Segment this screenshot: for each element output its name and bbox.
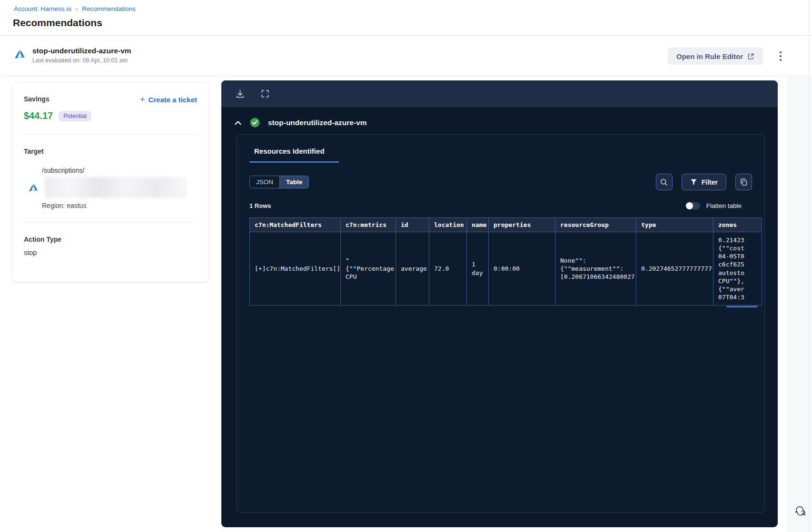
search-icon (660, 178, 668, 187)
cell-resource-group: None"": {""measurement"": [0.20671066342… (555, 232, 636, 305)
flatten-table-label: Flatten table (706, 202, 742, 209)
breadcrumb-recommendations-link[interactable]: Recommendations (82, 5, 136, 12)
page-title: Recommendations (13, 17, 102, 29)
col-header-matched-filters: c7n:MatchedFilters (250, 218, 341, 232)
plus-icon: + (140, 95, 145, 104)
recommendations-page: Account: Harness.io › Recommendations Re… (0, 0, 812, 532)
panel-rule-title: stop-underutilized-azure-vm (268, 118, 367, 127)
download-button[interactable] (234, 88, 246, 100)
toggle-knob (686, 202, 693, 209)
resources-table: c7n:MatchedFilters c7n:metrics id locati… (249, 217, 762, 305)
cell-name: 1 day (467, 232, 489, 305)
horizontal-scrollbar-thumb[interactable] (726, 306, 758, 307)
breadcrumb-separator: › (76, 5, 78, 12)
azure-icon (28, 182, 39, 193)
table-header-row: c7n:MatchedFilters c7n:metrics id locati… (250, 218, 762, 232)
col-header-properties: properties (489, 218, 555, 232)
recommendation-identity: stop-underutilized-azure-vm Last evaluat… (13, 47, 131, 64)
search-button[interactable] (656, 174, 673, 190)
savings-value: $44.17 (24, 110, 53, 121)
col-header-id: id (396, 218, 429, 232)
panel-title-row: stop-underutilized-azure-vm (221, 107, 778, 128)
resources-card: Resources Identified JSON Table (237, 134, 765, 513)
fullscreen-button[interactable] (259, 88, 271, 99)
cell-metrics: " {""Percentage CPU (341, 232, 396, 305)
cell-matched-filters-expand[interactable]: [+]c7n:MatchedFilters[] (250, 232, 341, 305)
right-rail (786, 77, 812, 532)
rows-info-bar: 1 Rows Flatten table (249, 202, 752, 209)
recommendation-header: stop-underutilized-azure-vm Last evaluat… (0, 36, 809, 76)
col-header-type: type (636, 218, 713, 232)
col-header-resource-group: resourceGroup (555, 218, 636, 232)
download-icon (235, 89, 245, 99)
azure-icon (13, 48, 26, 60)
flatten-table-toggle[interactable] (686, 202, 700, 209)
potential-badge: Potential (59, 111, 91, 121)
savings-label: Savings (24, 95, 50, 103)
view-toggle: JSON Table (249, 176, 309, 188)
chat-bubbles-icon (792, 504, 807, 519)
results-panel: stop-underutilized-azure-vm Resources Id… (221, 80, 778, 527)
cell-location: 72.0 (429, 232, 467, 305)
target-path: /subscriptions/ (42, 167, 197, 174)
cell-zones: 0.21423 {""cost 04-05T0 c6cf625 autosto … (713, 232, 762, 305)
copy-icon (740, 178, 748, 187)
create-ticket-button[interactable]: + Create a ticket (140, 95, 197, 104)
breadcrumb-account-link[interactable]: Account: Harness.io (14, 5, 71, 12)
filter-funnel-icon (690, 178, 697, 186)
col-header-zones: zones (713, 218, 762, 232)
cell-type: 0.20274652777777777 (636, 232, 713, 305)
open-in-rule-editor-button[interactable]: Open in Rule Editor (668, 48, 763, 65)
cell-id: average (396, 232, 429, 305)
col-header-name: name (467, 218, 489, 232)
more-options-button[interactable] (774, 49, 787, 63)
view-toggle-table[interactable]: Table (279, 176, 308, 188)
resources-table-wrap: c7n:MatchedFilters c7n:metrics id locati… (249, 217, 762, 305)
col-header-location: location (429, 218, 467, 232)
col-header-metrics: c7n:metrics (341, 218, 396, 232)
window-edge (809, 0, 809, 532)
target-label: Target (24, 148, 197, 155)
recommendation-title: stop-underutilized-azure-vm (32, 47, 131, 55)
success-check-icon (250, 118, 260, 128)
action-type-label: Action Type (24, 236, 197, 243)
panel-toolbar (221, 80, 778, 107)
view-toggle-json[interactable]: JSON (250, 176, 279, 188)
target-region: Region: eastus (42, 202, 197, 209)
collapse-section-button[interactable] (234, 120, 242, 126)
tab-resources-identified[interactable]: Resources Identified (249, 146, 339, 163)
open-in-rule-editor-label: Open in Rule Editor (676, 52, 743, 60)
chat-help-button[interactable] (791, 503, 808, 521)
summary-card: Savings + Create a ticket $44.17 Potenti… (12, 83, 208, 282)
table-controls: JSON Table Filter (249, 174, 752, 190)
breadcrumb: Account: Harness.io › Recommendations (14, 5, 136, 12)
create-ticket-label: Create a ticket (148, 96, 197, 104)
top-bar: Account: Harness.io › Recommendations Re… (0, 0, 812, 36)
fullscreen-icon (260, 89, 270, 99)
last-evaluated-text: Last evaluated on: 08 Apr, 10:01 am (32, 57, 131, 64)
divider (23, 134, 198, 135)
divider (23, 222, 198, 223)
cell-properties: 0:00:00 (489, 232, 555, 305)
filter-label: Filter (702, 178, 718, 186)
redacted-subscription-id (44, 177, 187, 198)
action-type-value: stop (24, 249, 197, 256)
table-row: [+]c7n:MatchedFilters[] " {""Percentage … (250, 232, 762, 305)
copy-button[interactable] (735, 174, 752, 190)
filter-button[interactable]: Filter (682, 174, 726, 190)
chevron-up-icon (234, 120, 242, 126)
rows-count: 1 Rows (249, 202, 271, 209)
external-link-icon (747, 53, 754, 60)
